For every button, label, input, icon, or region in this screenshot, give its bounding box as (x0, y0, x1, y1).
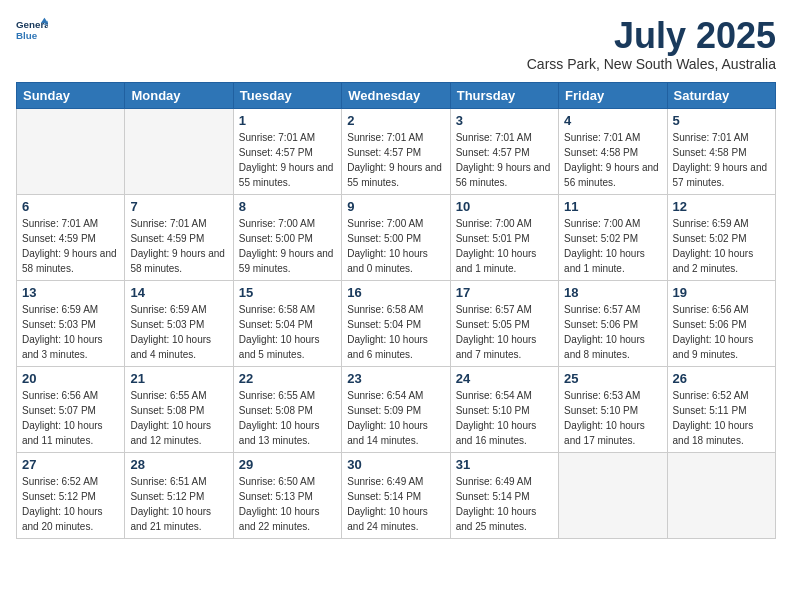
day-number: 17 (456, 285, 553, 300)
location: Carss Park, New South Wales, Australia (527, 56, 776, 72)
day-number: 14 (130, 285, 227, 300)
day-number: 19 (673, 285, 770, 300)
day-number: 29 (239, 457, 336, 472)
calendar-table: SundayMondayTuesdayWednesdayThursdayFrid… (16, 82, 776, 539)
day-number: 6 (22, 199, 119, 214)
day-info: Sunrise: 6:58 AMSunset: 5:04 PMDaylight:… (239, 302, 336, 362)
day-number: 22 (239, 371, 336, 386)
calendar-cell: 31Sunrise: 6:49 AMSunset: 5:14 PMDayligh… (450, 452, 558, 538)
calendar-cell: 4Sunrise: 7:01 AMSunset: 4:58 PMDaylight… (559, 108, 667, 194)
calendar-cell: 2Sunrise: 7:01 AMSunset: 4:57 PMDaylight… (342, 108, 450, 194)
calendar-cell: 12Sunrise: 6:59 AMSunset: 5:02 PMDayligh… (667, 194, 775, 280)
calendar-cell: 30Sunrise: 6:49 AMSunset: 5:14 PMDayligh… (342, 452, 450, 538)
day-number: 28 (130, 457, 227, 472)
calendar-cell: 18Sunrise: 6:57 AMSunset: 5:06 PMDayligh… (559, 280, 667, 366)
day-info: Sunrise: 7:00 AMSunset: 5:01 PMDaylight:… (456, 216, 553, 276)
calendar-cell: 6Sunrise: 7:01 AMSunset: 4:59 PMDaylight… (17, 194, 125, 280)
weekday-header-saturday: Saturday (667, 82, 775, 108)
day-number: 25 (564, 371, 661, 386)
svg-text:Blue: Blue (16, 30, 38, 41)
day-info: Sunrise: 6:52 AMSunset: 5:11 PMDaylight:… (673, 388, 770, 448)
calendar-cell: 1Sunrise: 7:01 AMSunset: 4:57 PMDaylight… (233, 108, 341, 194)
weekday-header-tuesday: Tuesday (233, 82, 341, 108)
day-info: Sunrise: 6:58 AMSunset: 5:04 PMDaylight:… (347, 302, 444, 362)
day-number: 5 (673, 113, 770, 128)
day-info: Sunrise: 6:57 AMSunset: 5:05 PMDaylight:… (456, 302, 553, 362)
day-info: Sunrise: 6:54 AMSunset: 5:09 PMDaylight:… (347, 388, 444, 448)
calendar-week-row: 6Sunrise: 7:01 AMSunset: 4:59 PMDaylight… (17, 194, 776, 280)
day-info: Sunrise: 6:49 AMSunset: 5:14 PMDaylight:… (347, 474, 444, 534)
calendar-cell: 8Sunrise: 7:00 AMSunset: 5:00 PMDaylight… (233, 194, 341, 280)
day-info: Sunrise: 6:54 AMSunset: 5:10 PMDaylight:… (456, 388, 553, 448)
day-number: 23 (347, 371, 444, 386)
calendar-cell: 5Sunrise: 7:01 AMSunset: 4:58 PMDaylight… (667, 108, 775, 194)
day-info: Sunrise: 6:55 AMSunset: 5:08 PMDaylight:… (130, 388, 227, 448)
weekday-header-wednesday: Wednesday (342, 82, 450, 108)
day-number: 1 (239, 113, 336, 128)
calendar-cell: 10Sunrise: 7:00 AMSunset: 5:01 PMDayligh… (450, 194, 558, 280)
weekday-header-friday: Friday (559, 82, 667, 108)
day-info: Sunrise: 6:53 AMSunset: 5:10 PMDaylight:… (564, 388, 661, 448)
calendar-cell: 7Sunrise: 7:01 AMSunset: 4:59 PMDaylight… (125, 194, 233, 280)
calendar-cell: 19Sunrise: 6:56 AMSunset: 5:06 PMDayligh… (667, 280, 775, 366)
day-number: 27 (22, 457, 119, 472)
day-info: Sunrise: 7:01 AMSunset: 4:59 PMDaylight:… (130, 216, 227, 276)
logo-icon: General Blue (16, 16, 48, 48)
day-number: 15 (239, 285, 336, 300)
calendar-cell (17, 108, 125, 194)
day-info: Sunrise: 6:59 AMSunset: 5:03 PMDaylight:… (130, 302, 227, 362)
calendar-cell: 9Sunrise: 7:00 AMSunset: 5:00 PMDaylight… (342, 194, 450, 280)
day-number: 30 (347, 457, 444, 472)
calendar-cell: 20Sunrise: 6:56 AMSunset: 5:07 PMDayligh… (17, 366, 125, 452)
day-info: Sunrise: 7:00 AMSunset: 5:02 PMDaylight:… (564, 216, 661, 276)
day-number: 26 (673, 371, 770, 386)
day-info: Sunrise: 6:52 AMSunset: 5:12 PMDaylight:… (22, 474, 119, 534)
calendar-week-row: 13Sunrise: 6:59 AMSunset: 5:03 PMDayligh… (17, 280, 776, 366)
title-block: July 2025 Carss Park, New South Wales, A… (527, 16, 776, 72)
day-info: Sunrise: 6:50 AMSunset: 5:13 PMDaylight:… (239, 474, 336, 534)
day-info: Sunrise: 6:56 AMSunset: 5:07 PMDaylight:… (22, 388, 119, 448)
day-info: Sunrise: 7:00 AMSunset: 5:00 PMDaylight:… (347, 216, 444, 276)
day-number: 10 (456, 199, 553, 214)
day-number: 18 (564, 285, 661, 300)
weekday-header-thursday: Thursday (450, 82, 558, 108)
day-number: 20 (22, 371, 119, 386)
weekday-header-sunday: Sunday (17, 82, 125, 108)
calendar-week-row: 20Sunrise: 6:56 AMSunset: 5:07 PMDayligh… (17, 366, 776, 452)
calendar-cell (125, 108, 233, 194)
logo: General Blue (16, 16, 48, 48)
day-info: Sunrise: 6:59 AMSunset: 5:03 PMDaylight:… (22, 302, 119, 362)
calendar-header-row: SundayMondayTuesdayWednesdayThursdayFrid… (17, 82, 776, 108)
day-info: Sunrise: 6:55 AMSunset: 5:08 PMDaylight:… (239, 388, 336, 448)
day-number: 31 (456, 457, 553, 472)
day-info: Sunrise: 7:01 AMSunset: 4:57 PMDaylight:… (347, 130, 444, 190)
calendar-cell: 3Sunrise: 7:01 AMSunset: 4:57 PMDaylight… (450, 108, 558, 194)
day-info: Sunrise: 7:01 AMSunset: 4:57 PMDaylight:… (239, 130, 336, 190)
day-info: Sunrise: 7:01 AMSunset: 4:58 PMDaylight:… (564, 130, 661, 190)
calendar-cell: 28Sunrise: 6:51 AMSunset: 5:12 PMDayligh… (125, 452, 233, 538)
day-number: 21 (130, 371, 227, 386)
day-number: 16 (347, 285, 444, 300)
day-info: Sunrise: 6:57 AMSunset: 5:06 PMDaylight:… (564, 302, 661, 362)
day-number: 12 (673, 199, 770, 214)
calendar-cell: 14Sunrise: 6:59 AMSunset: 5:03 PMDayligh… (125, 280, 233, 366)
calendar-cell (559, 452, 667, 538)
calendar-cell: 26Sunrise: 6:52 AMSunset: 5:11 PMDayligh… (667, 366, 775, 452)
month-title: July 2025 (527, 16, 776, 56)
day-number: 13 (22, 285, 119, 300)
day-info: Sunrise: 7:01 AMSunset: 4:58 PMDaylight:… (673, 130, 770, 190)
calendar-cell: 24Sunrise: 6:54 AMSunset: 5:10 PMDayligh… (450, 366, 558, 452)
day-info: Sunrise: 6:51 AMSunset: 5:12 PMDaylight:… (130, 474, 227, 534)
day-number: 11 (564, 199, 661, 214)
day-number: 7 (130, 199, 227, 214)
day-info: Sunrise: 6:56 AMSunset: 5:06 PMDaylight:… (673, 302, 770, 362)
calendar-cell: 23Sunrise: 6:54 AMSunset: 5:09 PMDayligh… (342, 366, 450, 452)
day-info: Sunrise: 7:01 AMSunset: 4:57 PMDaylight:… (456, 130, 553, 190)
day-number: 24 (456, 371, 553, 386)
day-number: 8 (239, 199, 336, 214)
day-number: 9 (347, 199, 444, 214)
calendar-cell (667, 452, 775, 538)
calendar-cell: 16Sunrise: 6:58 AMSunset: 5:04 PMDayligh… (342, 280, 450, 366)
calendar-cell: 27Sunrise: 6:52 AMSunset: 5:12 PMDayligh… (17, 452, 125, 538)
calendar-cell: 11Sunrise: 7:00 AMSunset: 5:02 PMDayligh… (559, 194, 667, 280)
